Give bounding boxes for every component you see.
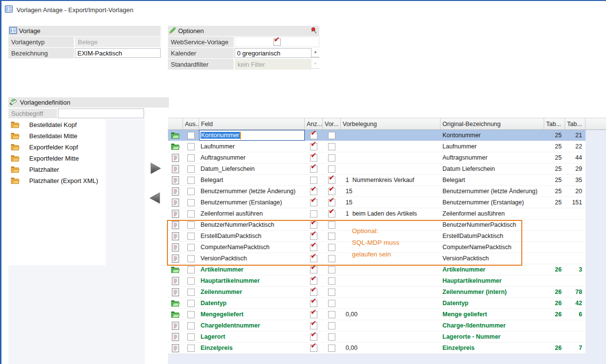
anz-checkbox[interactable]: ✔ [310,143,317,150]
table-row[interactable]: Zeilennummer✔Zeilennummer (intern)2678 [168,287,586,298]
anz-checkbox[interactable]: ✔ [310,322,317,329]
vor-checkbox[interactable] [328,154,335,162]
table-row[interactable]: Datentyp✔Datentyp2642 [168,298,586,309]
vor-checkbox[interactable] [328,233,335,240]
table-row[interactable]: ChargeIdentnummer✔Charge-/Identnummer [168,320,586,331]
anz-checkbox[interactable]: ✔ [310,165,317,173]
move-left-button[interactable] [148,192,162,204]
anz-checkbox[interactable]: ✔ [310,289,317,296]
header-vorbelegung[interactable]: Vorbelegung [341,118,441,129]
folder-item[interactable]: Platzhalter [8,164,106,175]
vor-checkbox[interactable] [328,345,335,352]
header-anz[interactable]: Anz... [305,118,323,129]
vor-checkbox[interactable] [328,132,335,139]
header-original-bezeichnung[interactable]: Original-Bezeichnung [441,118,544,129]
anz-checkbox[interactable]: ✔ [310,266,317,273]
aus-checkbox[interactable] [187,221,195,229]
webservice-checkbox[interactable]: ✔ [274,38,281,46]
table-row[interactable]: Belegart✔1 Nummernkreis VerkaufBelegart2… [168,175,586,186]
anz-checkbox[interactable]: ✔ [310,333,317,341]
aus-checkbox[interactable] [187,333,195,341]
table-row[interactable]: Laufnummer✔Laufnummer2522 [168,141,586,152]
vor-checkbox[interactable]: ✔ [328,188,335,195]
tab1-cell [544,208,565,219]
folder-item[interactable]: Bestelldatei Kopf [8,119,106,130]
vor-checkbox[interactable] [328,165,335,173]
anz-checkbox[interactable]: ✔ [310,255,317,262]
aus-checkbox[interactable] [187,132,195,139]
anz-checkbox[interactable]: ✔ [310,233,317,240]
aus-checkbox[interactable] [187,300,195,307]
table-row[interactable]: Benutzernummer (Erstanlage)✔✔15Benutzern… [168,197,586,208]
kalender-field[interactable] [235,48,312,58]
vor-checkbox[interactable] [328,333,335,341]
aus-checkbox[interactable] [187,188,195,195]
table-row[interactable]: Zeilenformel ausführen✔1 beim Laden des … [168,208,586,219]
vor-checkbox[interactable] [328,322,335,329]
anz-checkbox[interactable]: ✔ [310,221,317,229]
aus-checkbox[interactable] [187,210,195,218]
aus-checkbox[interactable] [187,154,195,162]
vor-checkbox[interactable] [328,244,335,251]
anz-checkbox[interactable]: ✔ [310,277,317,285]
vor-checkbox[interactable]: ✔ [328,210,335,218]
aus-checkbox[interactable] [187,177,195,184]
table-row[interactable]: Kontonummer✔Kontonummer2521 [168,130,586,141]
vor-checkbox[interactable] [328,143,335,150]
table-row[interactable]: Mengegeliefert✔0,00Menge geliefert266 [168,309,586,320]
anz-checkbox[interactable]: ✔ [310,154,317,162]
aus-checkbox[interactable] [187,289,195,296]
anz-checkbox[interactable]: ✔ [310,311,317,318]
header-aus[interactable]: Aus... [183,118,199,129]
aus-checkbox[interactable] [187,277,195,285]
vor-checkbox[interactable] [328,221,335,229]
kalender-dropdown-button[interactable]: ▼ [312,48,319,57]
table-row[interactable]: Benutzernummer (letzte Änderung)✔✔15Benu… [168,186,586,197]
anz-checkbox[interactable]: ✔ [310,345,317,352]
vor-checkbox[interactable] [328,277,335,285]
vor-checkbox[interactable] [328,266,335,273]
vor-checkbox[interactable] [328,300,335,307]
header-feld[interactable]: Feld [199,118,305,129]
aus-checkbox[interactable] [187,244,195,251]
aus-checkbox[interactable] [187,266,195,273]
folder-item[interactable]: Platzhalter (Export XML) [8,175,106,186]
table-row[interactable]: Auftragsnummer✔Auftragsnummer2544 [168,152,586,164]
table-row[interactable]: Artikelnummer✔Artikelnummer263 [168,264,586,275]
aus-checkbox[interactable] [187,143,195,150]
anz-checkbox[interactable]: ✔ [310,132,317,139]
folder-item[interactable]: Exportfelder Kopf [8,142,106,153]
anz-checkbox[interactable]: ✔ [310,199,317,206]
aus-checkbox[interactable] [187,233,195,240]
vor-checkbox[interactable] [328,311,335,318]
table-row[interactable]: Hauptartikelnummer✔Hauptartikelnummer [168,275,586,287]
table-row[interactable]: Datum_Lieferschein✔Datum Lieferschein252… [168,164,586,175]
aus-checkbox[interactable] [187,199,195,206]
header-vor[interactable]: Vor... [323,118,341,129]
anz-checkbox[interactable]: ✔ [310,244,317,251]
folder-item[interactable]: Exportfelder Mitte [8,153,106,164]
pushpin-icon[interactable] [311,27,317,36]
header-tab1[interactable]: Tab... [544,118,565,129]
aus-checkbox[interactable] [187,322,195,329]
anz-checkbox[interactable] [310,177,317,184]
aus-checkbox[interactable] [187,255,195,262]
aus-checkbox[interactable] [187,165,195,173]
bezeichnung-field[interactable] [75,48,161,58]
anz-checkbox[interactable] [310,210,317,218]
move-right-button[interactable] [149,162,163,175]
aus-checkbox[interactable] [187,345,195,352]
suchbegriff-input[interactable] [58,109,144,118]
feld-edit-input[interactable]: Kontonummer [199,130,305,141]
header-tab2[interactable]: Tab... [565,118,586,129]
anz-checkbox[interactable]: ✔ [310,300,317,307]
vor-checkbox[interactable] [328,255,335,262]
table-row[interactable]: Lagerort✔Lagerorte - Nummer [168,331,586,343]
vor-checkbox[interactable]: ✔ [328,199,335,206]
aus-checkbox[interactable] [187,311,195,318]
vor-checkbox[interactable]: ✔ [328,177,335,184]
anz-checkbox[interactable]: ✔ [310,188,317,195]
table-row[interactable]: Einzelpreis✔0,00Einzelpreis267 [168,343,586,354]
vor-checkbox[interactable] [328,289,335,296]
folder-item[interactable]: Bestelldatei Mitte [8,130,106,142]
